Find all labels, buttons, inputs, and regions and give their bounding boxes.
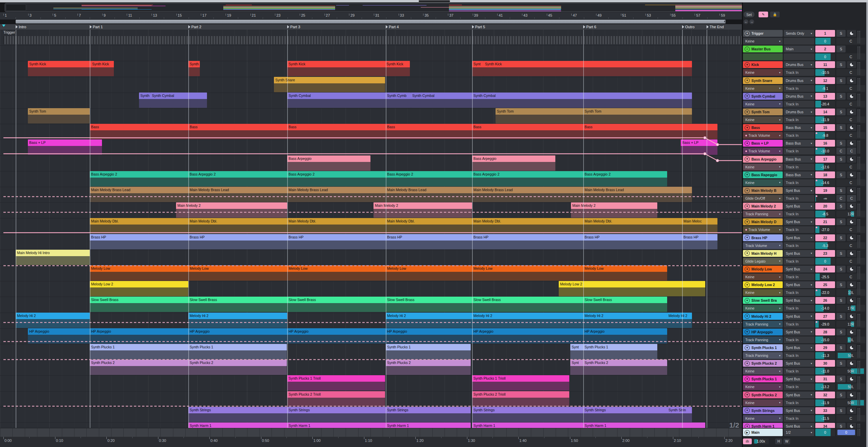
input-routing-cell[interactable]: Track In [784,274,814,280]
clip[interactable]: Brass HP [682,234,717,249]
bar-ruler[interactable]: 1357911131517192123252729313335373941434… [0,12,743,20]
disclosure-icon[interactable]: ▼ [745,219,750,225]
volume-field[interactable]: -20.4 [815,101,835,107]
clip[interactable]: Melody Low 2 [559,281,705,296]
track-name-cell[interactable]: ▼Main Melody H [743,250,783,257]
clip[interactable]: Bass Arpeggio 2 [287,171,386,186]
input-routing-cell[interactable]: Track In [784,242,814,249]
volume-field[interactable]: -11.9 [815,116,835,123]
solo-button[interactable]: S [836,376,846,382]
output-routing-select[interactable]: Sends Only▼ [784,30,814,37]
solo-button[interactable]: S [836,203,846,210]
volume-field[interactable]: -22.0 [815,289,835,296]
clip[interactable]: Bass Arpeggio 2 [386,171,472,186]
width-zoom-button[interactable]: W [783,438,790,444]
arm-button[interactable] [847,30,856,37]
clip[interactable]: Slow Swell Brass [90,297,188,312]
clip[interactable]: Melody Hi 2 [667,313,692,328]
arm-button[interactable] [847,376,856,382]
solo-button[interactable]: S [836,187,846,194]
pan-field[interactable]: 17R [836,305,865,312]
track-name-cell[interactable]: ▼Main Melody 2 [743,203,783,210]
clip[interactable]: Brass HP [386,234,472,249]
arm-button[interactable] [847,187,856,194]
solo-button[interactable]: S [836,266,846,272]
track-name-cell[interactable]: ▼Melody Hi 2 [743,313,783,320]
automation-select[interactable]: Glide On/Off▼ [743,195,783,202]
automation-select[interactable]: Track Volume▼ [743,132,783,139]
track-name-cell[interactable]: ▼Synth Cymbal [743,93,783,100]
disclosure-icon[interactable]: ▼ [745,392,750,397]
clip[interactable]: Synth Kick [91,61,114,76]
automation-select[interactable]: Keine▼ [743,399,783,406]
time-ruler[interactable]: 0:000:100:200:300:400:501:001:101:201:30… [0,437,743,447]
volume-field[interactable]: -29.0 [815,321,835,328]
automation-select[interactable] [743,53,783,60]
clip[interactable]: Main Melody Brass Lead [583,187,692,202]
track-number-badge[interactable]: 13 [815,93,835,100]
automation-select[interactable]: Keine▼ [743,415,783,422]
clip[interactable]: Synth Strings [287,407,386,422]
output-routing-select[interactable]: Synt Bus▼ [784,344,814,351]
output-routing-select[interactable]: Synt Bus▼ [784,234,814,241]
clip[interactable]: Main Melody 2 [176,202,287,218]
track-name-cell[interactable]: ▼Synth Plucks 2 [743,392,783,398]
input-routing-cell[interactable]: Track In [784,148,814,154]
clip[interactable]: Synth Strings [583,407,667,422]
input-routing-cell[interactable]: Track In [784,258,814,265]
back-arrow-button[interactable]: ← [744,19,748,24]
track-name-cell[interactable]: ▼Trigger [743,30,783,37]
locator-flag[interactable]: The End [707,24,724,29]
volume-field[interactable]: 0 [815,53,835,60]
pan-field[interactable]: C [836,258,865,265]
arm-button[interactable] [847,250,856,257]
clip[interactable]: Main Melody Dbl. [472,218,583,233]
track-number-badge[interactable]: 18 [815,171,835,178]
solo-button[interactable]: S [836,93,846,100]
lock-button[interactable]: 🔒 [770,12,780,17]
input-routing-cell[interactable]: Track In [784,383,814,390]
clip[interactable]: Bass [583,124,717,139]
clip[interactable]: Synth Harm 1 [386,423,471,428]
disclosure-icon[interactable]: ▼ [745,94,750,99]
clip[interactable]: Bass [90,124,188,139]
clip[interactable]: Synth Plucks 1 [386,344,471,359]
clip[interactable]: Synth Harm 1 [472,423,583,428]
pan-field[interactable]: 50R [836,368,865,375]
track-number-badge[interactable]: 11 [815,61,835,68]
clip[interactable]: Synth Plucks 2 [188,360,287,375]
clip[interactable]: Synth Cymbal [472,93,692,108]
clip[interactable]: HP Arpeggio [472,328,583,344]
clip[interactable]: Main Melody Dbl. [287,218,386,233]
clip[interactable]: Bass + LP [681,139,717,155]
input-routing-cell[interactable]: Track In [784,179,814,186]
clip[interactable]: HP Arpeggio [583,328,667,344]
pan-field[interactable]: C [836,274,865,280]
main-track-name-cell[interactable]: ▶Main [743,429,783,436]
pan-field[interactable]: C [836,116,865,123]
automation-select[interactable]: Keine▼ [743,383,783,390]
track-name-cell[interactable]: ▼Main Melody D [743,218,783,225]
arm-button[interactable] [847,171,856,178]
clip[interactable]: HP Arpeggio [90,328,188,344]
clip[interactable]: Slow Swell Brass [583,297,667,312]
disclosure-icon[interactable]: ▼ [745,282,750,287]
output-routing-select[interactable]: Synt Bus▼ [784,266,814,272]
locator-flag[interactable]: Intro [16,24,26,29]
arm-button[interactable] [847,329,856,335]
locator-flag[interactable]: Part 6 [583,24,596,29]
input-routing-cell[interactable]: Track In [784,116,814,123]
track-name-cell[interactable]: ▼Synth Plucks 1 [743,376,783,382]
clip[interactable]: Synt [570,344,583,359]
track-name-cell[interactable]: ▼Brass HP [743,234,783,241]
clip[interactable]: Main Melody 2 [374,202,472,218]
volume-field[interactable]: 0 [815,38,835,45]
clip[interactable]: Main Meloc [682,218,717,233]
clip[interactable]: Synth Cymbal [287,93,386,108]
clip[interactable]: Melody Low [472,265,583,281]
arm-button[interactable] [847,124,856,131]
clip[interactable]: Synth Plucks 2 [90,360,188,375]
solo-button[interactable]: S [836,313,846,320]
clip[interactable]: Main Melody Brass Lead [472,187,583,202]
disclosure-icon[interactable]: ▼ [745,361,750,366]
